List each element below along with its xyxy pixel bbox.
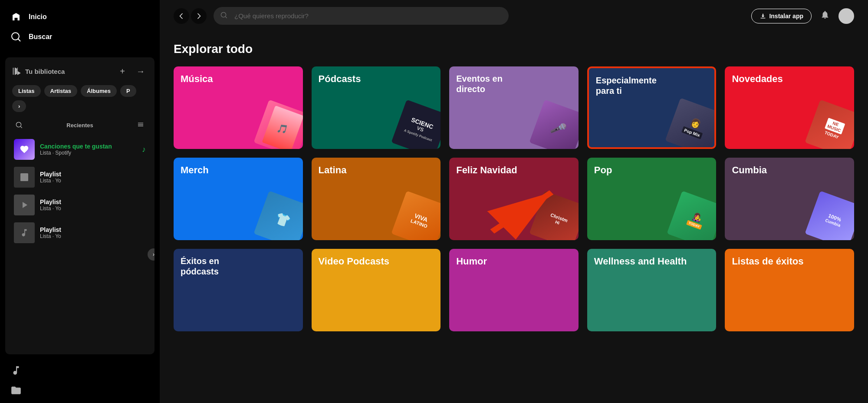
folder-row[interactable] [10,385,149,396]
search-input[interactable] [214,7,509,25]
library-title-text: Tu biblioteca [25,68,65,75]
recents-label: Recientes [66,122,93,129]
pop-thumb: 👩‍🎤 TODAY [667,191,717,240]
library-panel: Tu biblioteca + → Listas Artistas Álbume… [5,57,155,354]
sidebar-bottom-icons [0,358,160,403]
explore-section: Explorar todo Música 🎵 Pódcasts [160,32,868,349]
playlist-name-2: Playlist [40,198,146,205]
expand-library-button[interactable]: → [134,64,148,78]
podcasts-thumb: SCIENC VS A Spotify Podcast [391,99,441,149]
list-item[interactable]: Playlist Lista · Yo [12,192,148,218]
latina-thumb: VIVA LATINO [391,191,441,240]
category-label-especial: Especialmentepara ti [596,75,657,96]
category-card-humor[interactable]: Humor [449,249,579,331]
especial-thumb: 👩 Pop Mix [665,98,717,149]
liked-songs-name: Canciones que te gustan [40,143,137,150]
avatar[interactable] [838,8,854,24]
category-label-cumbia: Cumbia [732,165,767,176]
search-bar [214,7,509,25]
category-card-exitos[interactable]: Éxitos enpódcasts [174,249,303,331]
expand-sidebar-button[interactable]: › [148,248,155,261]
search-icon [220,12,227,20]
sidebar-item-inicio[interactable]: Inicio [10,7,149,27]
folder-icon [10,385,22,396]
forward-button[interactable] [191,8,207,24]
playlist-name-1: Playlist [40,171,146,178]
category-card-wellness[interactable]: Wellness and Health [587,249,717,331]
category-label-video: Video Podcasts [319,256,389,267]
filter-chips: Listas Artistas Álbumes P › [12,85,148,112]
library-title-row[interactable]: Tu biblioteca [12,67,65,76]
chip-artistas[interactable]: Artistas [44,85,77,97]
category-card-podcasts[interactable]: Pódcasts SCIENC VS A Spotify Podcast [312,66,441,149]
list-item[interactable]: Playlist Lista · Yo [12,164,148,190]
library-search-button[interactable] [12,118,26,132]
feliz-thumb: Christm Hi [529,191,579,240]
category-grid: Música 🎵 Pódcasts SCIENC VS [174,66,854,331]
topbar-right: Instalar app [751,8,854,24]
library-header: Tu biblioteca + → [12,64,148,78]
bell-icon [820,10,830,20]
list-item[interactable]: Canciones que te gustan Lista · Spotify … [12,136,148,162]
category-card-merch[interactable]: Merch 👕 [174,158,303,240]
playlist-info-1: Playlist Lista · Yo [40,171,146,184]
category-card-pop[interactable]: Pop 👩‍🎤 TODAY [587,158,717,240]
category-label-wellness: Wellness and Health [594,256,687,267]
novedades-thumb: NEMUSIC TODAY [805,99,854,149]
category-card-latina[interactable]: Latina VIVA LATINO [312,158,441,240]
category-card-listas[interactable]: Listas de éxitos [725,249,854,331]
category-label-pop: Pop [594,165,612,176]
chip-albumes[interactable]: Álbumes [81,85,117,97]
liked-songs-meta: Lista · Spotify [40,150,137,156]
back-button[interactable] [174,8,189,24]
category-label-latina: Latina [319,165,347,176]
chip-listas[interactable]: Listas [12,85,41,97]
list-item[interactable]: Playlist Lista · Yo [12,220,148,246]
list-view-button[interactable] [134,118,148,132]
expand-area: › [12,246,148,263]
category-card-feliz[interactable]: Feliz Navidad Christm Hi [449,158,579,240]
explore-title: Explorar todo [174,42,854,56]
playlist-meta-2: Lista · Yo [40,205,146,211]
category-label-listas: Listas de éxitos [732,256,803,267]
cumbia-thumb: 100% Cumbia [805,191,854,240]
chip-more[interactable]: › [12,100,26,112]
notification-button[interactable] [820,10,830,22]
add-library-button[interactable]: + [115,64,129,78]
category-card-video[interactable]: Video Podcasts [312,249,441,331]
home-icon [10,11,22,23]
category-label-merch: Merch [181,165,209,176]
category-card-cumbia[interactable]: Cumbia 100% Cumbia [725,158,854,240]
playlist-thumb-1 [14,167,35,188]
library-icon [12,67,21,76]
inicio-label: Inicio [29,13,47,21]
buscar-label: Buscar [29,33,52,41]
install-app-button[interactable]: Instalar app [751,9,812,23]
playlist-name-3: Playlist [40,226,146,233]
category-label-eventos: Eventos endirecto [456,73,503,94]
category-label-musica: Música [181,73,213,85]
playlist-meta-3: Lista · Yo [40,233,146,239]
playlist-thumb-3 [14,222,35,243]
search-nav-icon [10,31,22,43]
category-card-musica[interactable]: Música 🎵 [174,66,303,149]
eventos-thumb: 🎤 [529,99,579,149]
chip-p[interactable]: P [120,85,136,97]
category-card-novedades[interactable]: Novedades NEMUSIC TODAY [725,66,854,149]
library-items: Canciones que te gustan Lista · Spotify … [12,136,148,246]
now-playing-indicator: ♪ [142,145,146,154]
download-icon [760,13,766,20]
playlist-info-3: Playlist Lista · Yo [40,226,146,239]
category-label-exitos: Éxitos enpódcasts [181,256,219,277]
category-label-novedades: Novedades [732,73,783,85]
sidebar-item-buscar[interactable]: Buscar [10,27,149,47]
category-label-humor: Humor [456,256,487,267]
sidebar-nav: Inicio Buscar [0,0,160,54]
music-note-row[interactable] [10,365,149,376]
playlist-meta-1: Lista · Yo [40,178,146,184]
category-label-podcasts: Pódcasts [319,73,361,85]
liked-songs-info: Canciones que te gustan Lista · Spotify [40,143,137,156]
category-card-eventos[interactable]: Eventos endirecto 🎤 [449,66,579,149]
category-card-especial[interactable]: Especialmentepara ti 👩 Pop Mix [587,66,717,149]
playlist-info-2: Playlist Lista · Yo [40,198,146,211]
